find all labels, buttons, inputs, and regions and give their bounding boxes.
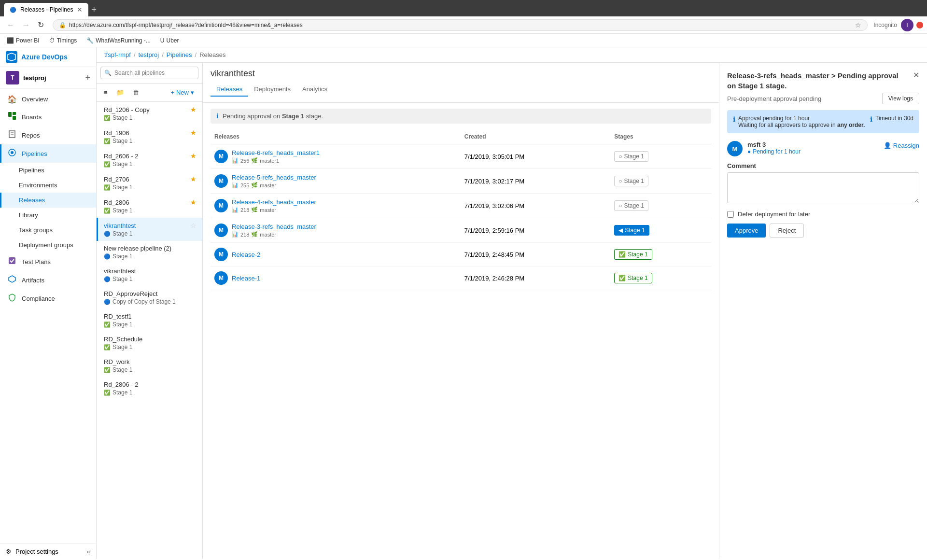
sidebar-item-releases[interactable]: Releases: [0, 193, 96, 208]
comment-textarea[interactable]: [727, 172, 919, 203]
release-link-2[interactable]: Release-2: [232, 251, 260, 258]
refresh-button[interactable]: ↻: [35, 18, 47, 31]
star-icon-rd1206[interactable]: ★: [190, 106, 197, 113]
reassign-button[interactable]: 👤 Reassign: [884, 141, 919, 150]
bookmarks-bar: ⬛ Power BI ⏱ Timings 🔧 WhatWasRunning -.…: [0, 34, 927, 47]
sidebar-item-repos[interactable]: Repos: [0, 126, 96, 144]
pipeline-name-vikranthtest: vikranthtest: [104, 222, 136, 229]
sidebar-item-compliance[interactable]: Compliance: [0, 289, 96, 308]
pipeline-item-rd2606[interactable]: Rd_2606 - 2 ★ ✅ Stage 1: [97, 148, 202, 171]
pipeline-item-vikranthtest2[interactable]: vikranthtest 🔵 Stage 1: [97, 264, 202, 286]
sidebar-item-pipelines-sub[interactable]: Pipelines: [0, 163, 96, 178]
defer-checkbox-input[interactable]: [727, 211, 734, 218]
release-meta-3: 📊 218 🌿 master: [232, 231, 316, 238]
sidebar-item-task-groups[interactable]: Task groups: [0, 223, 96, 238]
main-split: 🔍 ≡ 📁 🗑 + New ▾: [97, 63, 927, 559]
tab-releases[interactable]: Releases: [211, 83, 248, 97]
reject-button[interactable]: Reject: [770, 224, 804, 238]
pipeline-item-new-release[interactable]: New release pipeline (2) 🔵 Stage 1: [97, 241, 202, 264]
timeout-text: Timeout in 30d: [875, 115, 913, 122]
stage-label-rd1906: Stage 1: [112, 138, 132, 144]
release-link-5[interactable]: Release-5-refs_heads_master: [232, 174, 316, 181]
pipeline-item-rd-work[interactable]: RD_work ✅ Stage 1: [97, 354, 202, 377]
star-icon-rd2706[interactable]: ★: [190, 175, 197, 183]
sidebar-item-library[interactable]: Library: [0, 208, 96, 223]
sidebar-item-pipelines[interactable]: Pipelines: [0, 144, 96, 163]
pipeline-toolbar: ≡ 📁 🗑 + New ▾: [97, 84, 202, 102]
back-button[interactable]: ←: [4, 19, 17, 31]
sidebar-item-deployment-groups[interactable]: Deployment groups: [0, 238, 96, 252]
release-link-4[interactable]: Release-4-refs_heads_master: [232, 198, 316, 206]
pipeline-item-vikranthtest[interactable]: vikranthtest ☆ 🔵 Stage 1: [97, 218, 202, 241]
settings-icon: ⚙: [6, 548, 12, 555]
stage-badge-2[interactable]: ✅ Stage 1: [614, 249, 652, 260]
bookmark-uber[interactable]: U Uber: [157, 36, 182, 45]
pipeline-item-rd1206[interactable]: Rd_1206 - Copy ★ ✅ Stage 1: [97, 102, 202, 125]
stage-badge-6[interactable]: ○ Stage 1: [614, 151, 648, 162]
bookmark-star-icon[interactable]: ☆: [855, 21, 861, 29]
close-approval-panel-button[interactable]: ✕: [913, 70, 919, 80]
stage-status-icon-schedule: ✅: [104, 344, 111, 350]
star-icon-rd2806[interactable]: ★: [190, 198, 197, 206]
new-tab-button[interactable]: +: [88, 5, 99, 15]
address-bar[interactable]: 🔒 https://dev.azure.com/tfspf-rmpf/testp…: [53, 19, 868, 31]
approve-button[interactable]: Approve: [727, 224, 766, 238]
release-link-3[interactable]: Release-3-refs_heads_master: [232, 223, 316, 230]
sidebar-item-boards[interactable]: Boards: [0, 108, 96, 126]
release-link-1[interactable]: Release-1: [232, 275, 260, 282]
breadcrumb-project[interactable]: testproj: [139, 51, 159, 58]
sidebar-item-environments[interactable]: Environments: [0, 178, 96, 193]
stage-badge-circle-5: ○: [618, 178, 622, 184]
tab-close-button[interactable]: ✕: [77, 6, 83, 13]
bookmark-timings[interactable]: ⏱ Timings: [46, 36, 80, 45]
breadcrumb-pipelines[interactable]: Pipelines: [167, 51, 192, 58]
pipeline-item-rd-approvereject[interactable]: RD_ApproveReject 🔵 Copy of Copy of Stage…: [97, 286, 202, 309]
pipeline-item-rd2806-2[interactable]: Rd_2806 - 2 ✅ Stage 1: [97, 377, 202, 400]
testplans-icon: [7, 256, 17, 267]
forward-button[interactable]: →: [19, 19, 33, 31]
new-pipeline-button[interactable]: + New ▾: [166, 86, 198, 98]
pipeline-item-rd-testf1[interactable]: RD_testf1 ✅ Stage 1: [97, 309, 202, 332]
pipeline-item-rd2706[interactable]: Rd_2706 ★ ✅ Stage 1: [97, 171, 202, 195]
sidebar-item-artifacts[interactable]: Artifacts: [0, 271, 96, 289]
releases-table: Releases Created Stages M: [211, 129, 711, 290]
view-logs-button[interactable]: View logs: [882, 93, 919, 104]
star-icon-vikranthtest[interactable]: ☆: [190, 222, 197, 229]
list-view-button[interactable]: ≡: [100, 86, 111, 98]
powerbi-icon: ⬛: [7, 37, 14, 44]
tab-analytics[interactable]: Analytics: [296, 83, 333, 97]
project-header[interactable]: T testproj +: [0, 67, 96, 89]
tab-deployments[interactable]: Deployments: [248, 83, 296, 97]
release-link-6[interactable]: Release-6-refs_heads_master1: [232, 149, 320, 156]
stage-status-icon-vikranthtest: 🔵: [104, 231, 111, 237]
stage-badge-5[interactable]: ○ Stage 1: [614, 176, 648, 186]
branch-icon-5: 🌿: [251, 182, 258, 188]
pipeline-item-rd2806[interactable]: Rd_2806 ★ ✅ Stage 1: [97, 195, 202, 218]
bookmark-whatwasrunning[interactable]: 🔧 WhatWasRunning -...: [84, 36, 154, 45]
pipeline-item-rd-schedule[interactable]: RD_Schedule ✅ Stage 1: [97, 332, 202, 354]
stage-badge-4[interactable]: ○ Stage 1: [614, 200, 648, 211]
profile-avatar[interactable]: I: [901, 19, 913, 31]
sidebar-item-overview[interactable]: 🏠 Overview: [0, 91, 96, 108]
person-reassign-icon: 👤: [884, 142, 891, 149]
stage-status-icon-work: ✅: [104, 367, 111, 373]
stage-badge-1[interactable]: ✅ Stage 1: [614, 273, 652, 283]
defer-checkbox-label[interactable]: Defer deployment for later: [727, 210, 919, 218]
breadcrumb-org[interactable]: tfspf-rmpf: [104, 51, 131, 58]
add-project-button[interactable]: +: [85, 73, 90, 83]
sidebar-item-test-plans[interactable]: Test Plans: [0, 252, 96, 271]
stage-badge-3[interactable]: ◀ Stage 1: [614, 225, 649, 236]
repos-icon: [7, 130, 17, 140]
project-settings-button[interactable]: ⚙ Project settings «: [0, 544, 96, 559]
star-icon-rd2606[interactable]: ★: [190, 152, 197, 160]
bookmark-powerbi[interactable]: ⬛ Power BI: [4, 36, 42, 45]
collapse-icon[interactable]: «: [87, 548, 90, 555]
stage-status-icon-testf1: ✅: [104, 322, 111, 328]
pipeline-item-rd1906[interactable]: Rd_1906 ★ ✅ Stage 1: [97, 125, 202, 148]
active-tab[interactable]: 🔵 Releases - Pipelines ✕: [4, 3, 88, 16]
folder-view-button[interactable]: 📁: [113, 86, 127, 98]
search-input[interactable]: [100, 67, 198, 79]
table-row: M Release-5-refs_heads_master 📊 255 🌿: [211, 169, 711, 194]
star-icon-rd1906[interactable]: ★: [190, 129, 197, 137]
delete-button[interactable]: 🗑: [129, 86, 142, 98]
